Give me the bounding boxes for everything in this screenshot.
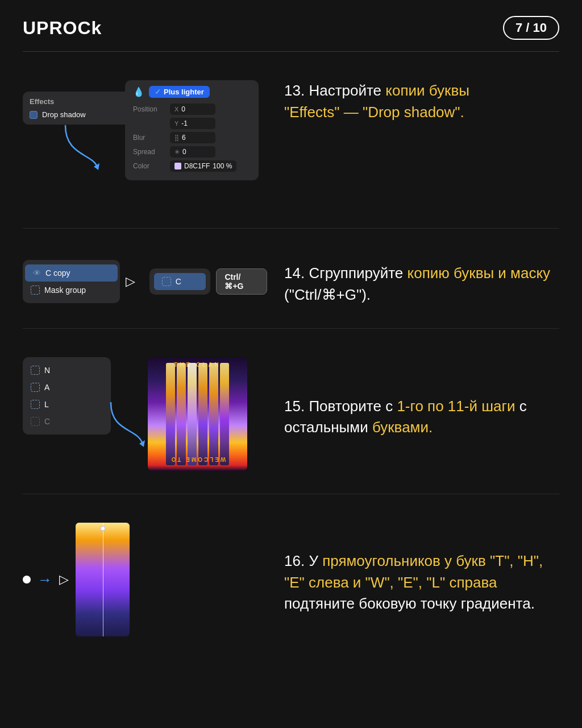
droplet-icon: 💧: [133, 86, 144, 97]
layers-panel-15: N A L C: [23, 357, 111, 435]
color-value: D8C1FF 100 %: [170, 160, 236, 172]
vbar-5: [209, 363, 218, 465]
step-13-plain: Настройте: [309, 82, 381, 99]
shortcut-badge: Ctrl/⌘+G: [216, 268, 267, 295]
color-hex: D8C1FF: [184, 162, 210, 170]
layer-c-copy: 👁 C copy: [25, 264, 118, 282]
step-16-text: 16. У прямоугольников у букв "T", "H", "…: [284, 545, 559, 615]
dashed-box-icon-2: [162, 277, 171, 286]
y-value: Y -1: [170, 118, 215, 129]
layer-n-label: N: [44, 366, 50, 375]
step-14-paragraph: 14. Сгруппируйте копию буквы и маску ("C…: [284, 263, 559, 305]
x-axis: X: [174, 106, 178, 113]
spread-icon: ✳: [174, 148, 180, 156]
dashed-box-a: [31, 383, 40, 392]
color-swatch: [174, 163, 181, 169]
step-16-highlight: прямоугольников у букв "T", "H", "E" сле…: [284, 552, 543, 591]
color-opacity: 100 %: [213, 162, 232, 170]
cursor-icon-16: ▷: [59, 572, 69, 587]
spread-value: ✳ 0: [170, 146, 215, 158]
y-axis: Y: [174, 120, 178, 127]
step-14-number: 14.: [284, 264, 305, 282]
layer-mask-label: Mask group: [44, 286, 86, 295]
gradient-bg: THE CLAN WELCOME TO: [148, 357, 247, 471]
blur-row: Blur ⣿ 6: [133, 132, 251, 143]
step-15-section: N A L C THE CLAN: [0, 334, 582, 488]
blur-value: ⣿ 6: [170, 132, 215, 143]
checkmark-icon: ✓: [155, 88, 161, 96]
drop-shadow-label: Drop shadow: [42, 110, 86, 119]
position-row: Position X 0: [133, 104, 251, 115]
step-15-visual: N A L C THE CLAN: [23, 357, 267, 471]
spread-row: Spread ✳ 0: [133, 146, 251, 158]
y-val: -1: [181, 119, 188, 127]
position-label: Position: [133, 105, 164, 113]
gradient-bar-dot: [100, 526, 106, 531]
gradient-bar-line: [103, 523, 104, 636]
vertical-bars: [166, 363, 229, 465]
vbar-2: [177, 363, 186, 465]
blur-icon: ⣿: [174, 134, 179, 142]
layer-l-label: L: [44, 400, 49, 409]
step-14-text: 14. Сгруппируйте копию буквы и маску ("C…: [284, 257, 559, 305]
vbar-4: [198, 363, 207, 465]
blend-header: 💧 ✓ Plus lighter: [133, 86, 251, 98]
spread-val: 0: [182, 148, 186, 156]
step-16-end: подтяните боковую точку градиента.: [284, 595, 535, 612]
gradient-bar: [76, 523, 130, 636]
divider-1314: [23, 228, 559, 229]
blend-panel: 💧 ✓ Plus lighter Position X 0 Y -1: [125, 80, 259, 180]
step-16-number: 16.: [284, 552, 305, 569]
layer-a: A: [23, 379, 111, 396]
plus-lighter-label: Plus lighter: [164, 88, 204, 96]
dashed-box-icon-1: [31, 286, 40, 295]
layer-c-copy-label: C copy: [45, 268, 70, 278]
dashed-box-l: [31, 400, 40, 409]
cursor-icon-14: ▷: [126, 274, 135, 289]
step-15-highlight1: 1-го по 11-й шаги: [397, 398, 515, 415]
spread-label: Spread: [133, 148, 164, 156]
page-counter: 7 / 10: [503, 16, 559, 40]
step-15-paragraph: 15. Повторите с 1-го по 11-й шаги с оста…: [284, 396, 559, 439]
arc-text-bottom: WELCOME TO: [169, 456, 226, 462]
layer-mask-group: Mask group: [23, 282, 120, 299]
step-15-text: 15. Повторите с 1-го по 11-й шаги с оста…: [284, 390, 559, 439]
right-arrow-icon: →: [38, 571, 52, 589]
step-14-end: ("Ctrl/⌘+G").: [284, 286, 371, 303]
y-row: Y -1: [133, 118, 251, 129]
color-label: Color: [133, 162, 164, 170]
step-16-visual: → ▷: [23, 523, 267, 636]
layer-l: L: [23, 396, 111, 413]
divider-1415: [23, 328, 559, 329]
dashed-box-n: [31, 366, 40, 375]
blur-val: 6: [182, 134, 186, 142]
drop-shadow-item: Drop shadow: [30, 110, 130, 119]
layer-a-label: A: [44, 383, 49, 392]
step-13-visual: Effects Drop shadow 💧 ✓ Plus lighter Pos…: [23, 75, 267, 205]
x-val: 0: [181, 105, 185, 113]
step-15-highlight2: буквами.: [372, 419, 433, 436]
step-13-paragraph: 13. Настройте копии буквы "Effects" — "D…: [284, 80, 559, 123]
vbar-6: [220, 363, 229, 465]
header: UPROCk 7 / 10: [0, 0, 582, 51]
effects-title: Effects: [30, 97, 130, 106]
step-14-visual: 👁 C copy Mask group ▷ C Ctrl/⌘+G: [23, 260, 267, 303]
white-dot: [23, 576, 31, 584]
step-16-start: У: [309, 552, 322, 569]
checkbox-icon: [30, 111, 38, 119]
dashed-box-c: [31, 417, 40, 426]
letter-image-15: THE CLAN WELCOME TO: [148, 357, 247, 471]
blur-label: Blur: [133, 134, 164, 142]
step-14-section: 👁 C copy Mask group ▷ C Ctrl/⌘+G 14. Сгр…: [0, 234, 582, 322]
step-14-highlight: копию буквы и маску: [408, 264, 551, 282]
step-13-highlight2: "Effects" — "Drop shadow".: [284, 104, 464, 121]
layer-c-15-label: C: [44, 417, 50, 426]
color-row: Color D8C1FF 100 %: [133, 160, 251, 172]
step-16-section: → ▷ 16. У прямоугольников у букв "T", "H…: [0, 500, 582, 665]
step-13-section: Effects Drop shadow 💧 ✓ Plus lighter Pos…: [0, 52, 582, 222]
layer-c-label: C: [176, 277, 181, 286]
vbar-3: [188, 363, 197, 465]
divider-1516: [23, 494, 559, 494]
step-14-plain: Сгруппируйте: [309, 264, 407, 282]
plus-lighter-badge: ✓ Plus lighter: [149, 86, 210, 98]
